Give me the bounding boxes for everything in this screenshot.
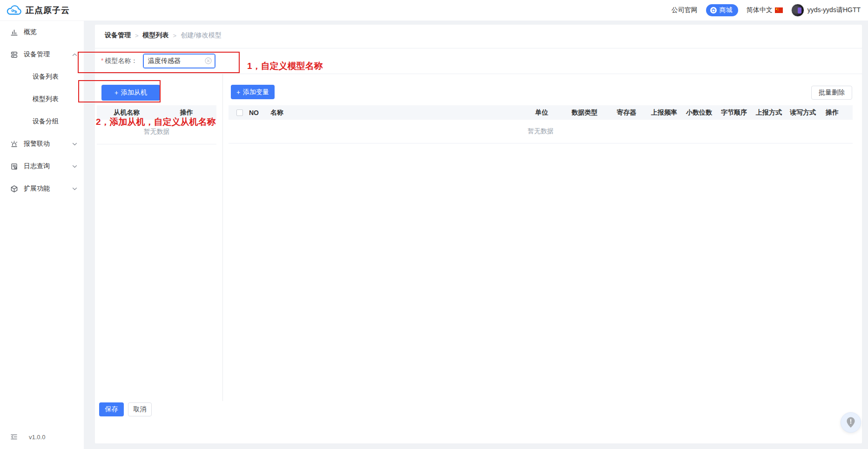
col-name: 名称 — [270, 109, 535, 117]
col-no: NO — [249, 109, 270, 116]
sidebar-subitem-label: 模型列表 — [33, 95, 59, 103]
sidebar-item-device-mgmt[interactable]: 设备管理 — [0, 43, 84, 66]
plus-icon: + — [114, 89, 118, 96]
clear-input-icon[interactable] — [205, 57, 212, 64]
avatar — [791, 4, 804, 17]
chevron-down-icon — [72, 187, 77, 190]
topbar-right: 公司官网 商城 简体中文 — [672, 4, 861, 17]
divider — [95, 74, 862, 74]
official-site-link[interactable]: 公司官网 — [672, 6, 698, 14]
batch-delete-button[interactable]: 批量删除 — [811, 86, 852, 100]
sidebar-item-device-group[interactable]: 设备分组 — [0, 110, 84, 133]
breadcrumb-separator: > — [135, 32, 139, 39]
sidebar-item-device-list[interactable]: 设备列表 — [0, 66, 84, 88]
select-all-checkbox[interactable] — [236, 109, 243, 116]
chevron-up-icon — [72, 53, 77, 56]
add-slave-button[interactable]: + 添加从机 — [101, 85, 160, 101]
variable-table-header: NO 名称 单位 数据类型 寄存器 上报频率 小数位数 字节顺序 上报方式 读写… — [229, 105, 853, 120]
chevron-down-icon — [72, 143, 77, 146]
col-report-mode: 上报方式 — [756, 109, 790, 117]
sidebar-item-overview[interactable]: 概览 — [0, 21, 84, 43]
username: yyds-yyds请HGTT — [807, 6, 861, 14]
user-menu[interactable]: yyds-yyds请HGTT — [791, 4, 861, 17]
sidebar-item-label: 日志查询 — [24, 162, 72, 170]
slave-col-actions: 操作 — [157, 109, 217, 117]
sidebar-item-label: 报警联动 — [24, 140, 72, 148]
location-pin-icon — [846, 416, 856, 429]
variable-empty-state: 暂无数据 — [229, 120, 853, 143]
sidebar-subitem-label: 设备分组 — [33, 117, 59, 126]
annotation-step1-text: 1，自定义模型名称 — [247, 60, 323, 72]
china-flag-icon — [775, 7, 783, 13]
add-variable-button[interactable]: + 添加变量 — [231, 85, 275, 99]
top-header: 正点原子云 公司官网 商城 简体中文 — [0, 0, 868, 21]
sidebar-item-extensions[interactable]: 扩展功能 — [0, 177, 84, 200]
cube-icon — [10, 185, 18, 193]
collapse-sidebar-icon[interactable] — [10, 434, 18, 440]
cancel-button[interactable]: 取消 — [128, 402, 152, 416]
col-decimals: 小数位数 — [686, 109, 721, 117]
col-report-freq: 上报频率 — [651, 109, 686, 117]
log-search-icon — [10, 163, 18, 170]
model-name-form-row: *模型名称： — [95, 48, 862, 74]
add-slave-label: 添加从机 — [121, 88, 147, 97]
language-label: 简体中文 — [747, 6, 773, 14]
model-name-label-text: 模型名称： — [105, 57, 137, 64]
breadcrumb-item-device-mgmt[interactable]: 设备管理 — [105, 31, 131, 40]
slave-col-name: 从机名称 — [97, 109, 157, 117]
sidebar-item-log-query[interactable]: 日志查询 — [0, 155, 84, 177]
alarm-siren-icon — [10, 140, 18, 148]
language-switcher[interactable]: 简体中文 — [747, 6, 783, 14]
content-card: 设备管理 > 模型列表 > 创建/修改模型 *模型名称： + 添加从机 从机名称… — [95, 25, 862, 443]
model-name-label: *模型名称： — [101, 57, 137, 65]
sidebar: 概览 设备管理 设备列表 模型列表 设备分组 报警联动 — [0, 21, 84, 449]
sidebar-item-label: 设备管理 — [24, 50, 72, 59]
breadcrumb-item-model-list[interactable]: 模型列表 — [143, 31, 169, 40]
floating-helper-button[interactable] — [841, 412, 861, 433]
panel-divider — [222, 74, 223, 401]
col-unit: 单位 — [535, 109, 572, 117]
cloud-logo-icon — [7, 4, 21, 17]
save-label: 保存 — [105, 405, 118, 414]
sidebar-item-label: 概览 — [24, 28, 77, 36]
sidebar-subitem-label: 设备列表 — [33, 73, 59, 81]
bar-chart-icon — [10, 28, 18, 36]
device-stack-icon — [10, 51, 18, 59]
cancel-label: 取消 — [134, 405, 147, 414]
add-variable-label: 添加变量 — [243, 88, 269, 96]
sidebar-item-alarm-link[interactable]: 报警联动 — [0, 133, 84, 155]
breadcrumb-item-current: 创建/修改模型 — [181, 31, 222, 40]
brand-title: 正点原子云 — [26, 5, 70, 16]
variable-table: NO 名称 单位 数据类型 寄存器 上报频率 小数位数 字节顺序 上报方式 读写… — [229, 105, 853, 143]
sidebar-footer: v1.0.0 — [0, 425, 84, 449]
shopping-bag-icon — [710, 7, 717, 14]
col-actions: 操作 — [826, 109, 853, 117]
required-mark: * — [101, 57, 103, 64]
app-version: v1.0.0 — [29, 434, 45, 441]
col-register: 寄存器 — [617, 109, 651, 117]
batch-delete-label: 批量删除 — [819, 88, 845, 97]
sidebar-item-label: 扩展功能 — [24, 184, 72, 193]
col-data-type: 数据类型 — [572, 109, 617, 117]
plus-icon: + — [236, 88, 240, 96]
brand: 正点原子云 — [7, 4, 70, 17]
breadcrumb-separator: > — [173, 32, 177, 39]
breadcrumb: 设备管理 > 模型列表 > 创建/修改模型 — [105, 31, 222, 40]
mall-label: 商城 — [720, 6, 733, 14]
sidebar-item-model-list[interactable]: 模型列表 — [0, 88, 84, 110]
annotation-step2-text: 2，添加从机，自定义从机名称 — [96, 116, 216, 128]
mall-button[interactable]: 商城 — [706, 4, 738, 16]
col-read-write: 读写方式 — [790, 109, 826, 117]
chevron-down-icon — [72, 165, 77, 168]
col-byte-order: 字节顺序 — [721, 109, 756, 117]
save-button[interactable]: 保存 — [99, 402, 124, 416]
